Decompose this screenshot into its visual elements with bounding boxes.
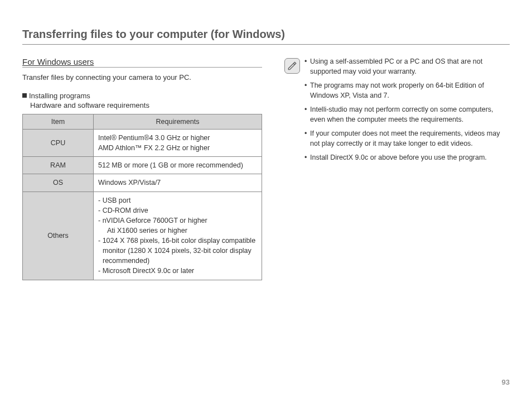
others-line: - Microsoft DirectX 9.0c or later [98,266,257,276]
table-header-row: Item Requirements [23,114,262,130]
others-line: - USB port [98,195,257,205]
page-number: 93 [502,378,510,386]
table-header-item: Item [23,114,94,130]
cell-cpu-value: Intel® Pentium®4 3.0 GHz or higher AMD A… [94,130,262,157]
cell-others-label: Others [23,192,94,280]
square-bullet-icon [22,93,27,98]
cell-os-value: Windows XP/Vista/7 [94,174,262,192]
others-line: - CD-ROM drive [98,205,257,216]
install-subtitle: Hardware and software requirements [30,101,262,109]
section-heading: For Windows users [22,57,262,66]
install-title: Installing programs [29,92,90,100]
note-item: Using a self-assembled PC or a PC and OS… [304,57,510,76]
note-item: Install DirectX 9.0c or above before you… [304,153,510,163]
others-line: - nVIDIA Geforce 7600GT or higher [98,216,257,226]
requirements-table: Item Requirements CPU Intel® Pentium®4 3… [22,114,262,280]
table-row: Others - USB port - CD-ROM drive - nVIDI… [23,192,262,280]
intro-text: Transfer files by connecting your camera… [22,73,262,82]
cell-ram-value: 512 MB or more (1 GB or more recommended… [94,157,262,174]
note-item: The programs may not work properly on 64… [304,81,510,100]
cell-os-label: OS [23,174,94,192]
page-title: Transferring files to your computer (for… [22,28,510,45]
table-row: CPU Intel® Pentium®4 3.0 GHz or higher A… [23,130,262,157]
table-header-req: Requirements [94,114,262,130]
cell-others-value: - USB port - CD-ROM drive - nVIDIA Gefor… [94,192,262,280]
table-row: RAM 512 MB or more (1 GB or more recomme… [23,157,262,174]
notes-list: Using a self-assembled PC or a PC and OS… [304,57,510,168]
note-item: Intelli-studio may not perform correctly… [304,105,510,125]
others-line: - 1024 X 768 pixels, 16-bit color displa… [98,236,257,266]
table-row: OS Windows XP/Vista/7 [23,174,262,192]
note-item: If your computer does not meet the requi… [304,129,510,149]
install-heading: Installing programs Hardware and softwar… [22,92,262,109]
cell-ram-label: RAM [23,157,94,174]
cell-cpu-label: CPU [23,130,94,157]
others-line: Ati X1600 series or higher [98,226,257,236]
note-icon [284,58,300,74]
